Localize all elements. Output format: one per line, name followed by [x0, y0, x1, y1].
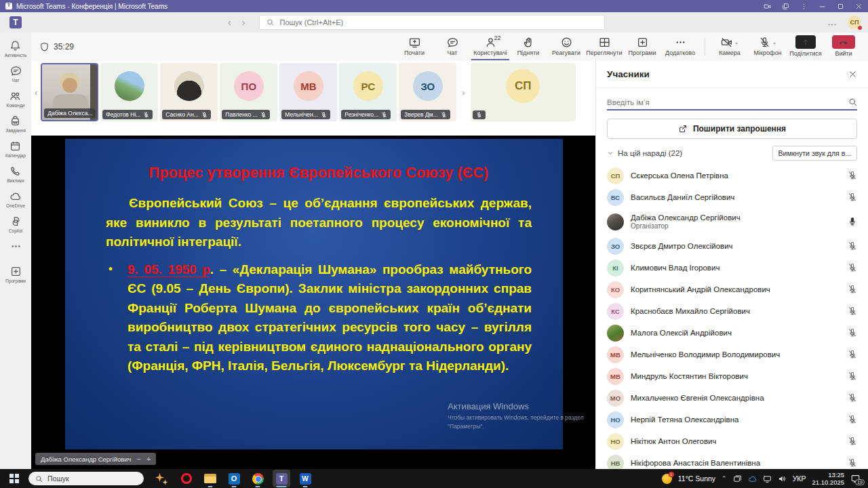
- sidebar-item-more[interactable]: [10, 241, 22, 252]
- video-tile[interactable]: ЗО Зверев Дм...: [399, 63, 456, 121]
- mic-muted-icon[interactable]: [848, 192, 857, 202]
- participant-row[interactable]: ЗОЗвєрєв Дмитро Олексійович: [596, 235, 868, 257]
- start-button[interactable]: [5, 470, 23, 487]
- chevron-down-icon[interactable]: [607, 150, 614, 157]
- close-button[interactable]: [855, 3, 863, 10]
- copilot-spark-icon[interactable]: [153, 471, 168, 486]
- mic-muted-icon[interactable]: [848, 415, 857, 424]
- react-button[interactable]: Реагувати: [547, 33, 585, 60]
- participant-row[interactable]: МВМиндруль Костянтин Вікторович: [596, 365, 868, 387]
- participant-row[interactable]: КОКоритнянський Андрій Олександрович: [596, 279, 868, 300]
- close-panel-icon[interactable]: [848, 70, 857, 79]
- sidebar-item-copilot[interactable]: Copilot: [9, 216, 23, 233]
- chevron-down-icon[interactable]: ⌄: [734, 39, 739, 45]
- leave-button[interactable]: Вийти: [825, 33, 863, 60]
- participant-row[interactable]: МОМихальченко Євгенія Олександрівна: [596, 387, 868, 409]
- video-tile-speaker[interactable]: Дабіжа Олекса...: [41, 63, 98, 121]
- taskbar-app-explorer[interactable]: [201, 470, 219, 487]
- participants-button[interactable]: 22Користувачі: [471, 33, 509, 60]
- sidebar-item-calls[interactable]: Виклики: [7, 165, 24, 183]
- share-button[interactable]: Поділитися: [787, 33, 825, 60]
- app-search-box[interactable]: [259, 15, 605, 30]
- header-more-icon[interactable]: ...: [828, 18, 837, 27]
- more-options-button[interactable]: Додатково: [661, 33, 699, 60]
- video-tile[interactable]: МВ Мельнічен...: [279, 63, 337, 121]
- mic-muted-icon[interactable]: [848, 458, 857, 468]
- participant-row[interactable]: Дабіжа Олександр СергійовичОрганізатор: [596, 208, 868, 235]
- participant-row[interactable]: ВСВасильєв Даниїл Сергійович: [596, 186, 868, 208]
- taskbar-app-teams[interactable]: T: [273, 470, 290, 487]
- taskbar-app-outlook[interactable]: O: [225, 470, 243, 487]
- sidebar-item-onedrive[interactable]: OneDrive: [6, 190, 25, 208]
- zoom-in-button[interactable]: +: [146, 455, 151, 463]
- onedrive-icon[interactable]: [748, 474, 757, 483]
- mic-muted-icon[interactable]: [848, 350, 857, 359]
- popout-icon[interactable]: [782, 3, 789, 10]
- taskbar-app-opera[interactable]: [178, 470, 195, 487]
- zoom-out-button[interactable]: −: [137, 455, 141, 463]
- chat-button[interactable]: Чат: [433, 33, 471, 60]
- profile-avatar[interactable]: СП: [848, 16, 861, 29]
- nav-back-icon[interactable]: ‹: [228, 17, 231, 28]
- filmstrip-prev-icon[interactable]: ‹: [31, 87, 41, 98]
- kebab-menu-icon[interactable]: [800, 3, 808, 10]
- sidebar-item-apps[interactable]: Програми: [5, 266, 26, 283]
- participant-row[interactable]: МВМельніченко Володимир Володимирович: [596, 344, 868, 365]
- sidebar-item-assignments[interactable]: Завдання: [5, 115, 25, 133]
- apps-button[interactable]: Програми: [623, 33, 661, 60]
- taskbar-search[interactable]: Пошук: [28, 472, 144, 485]
- nav-forward-icon[interactable]: ›: [242, 17, 245, 28]
- sidebar-item-teams[interactable]: Команди: [7, 90, 25, 108]
- meeting-view-icon[interactable]: [764, 3, 771, 10]
- filmstrip-next-icon[interactable]: ›: [458, 87, 468, 98]
- participant-row[interactable]: КІКлимович Влад Ігорович: [596, 257, 868, 279]
- mic-button[interactable]: ⌄Мікрофон: [749, 33, 787, 60]
- self-video-tile[interactable]: СП: [471, 63, 576, 121]
- mic-muted-icon[interactable]: [848, 371, 857, 381]
- weather-text[interactable]: 11°C Sunny: [678, 474, 715, 483]
- mic-muted-icon[interactable]: [848, 241, 857, 251]
- mic-muted-icon[interactable]: [848, 306, 857, 316]
- start-presenting-button[interactable]: Почати: [395, 33, 433, 60]
- view-button[interactable]: Переглянути: [585, 33, 623, 60]
- mic-on-icon[interactable]: [848, 217, 857, 226]
- participant-row[interactable]: НОНерпій Тетяна Олександрівна: [596, 409, 868, 430]
- tray-expand-icon[interactable]: ⌃: [722, 475, 727, 482]
- speaker-icon[interactable]: [778, 474, 787, 483]
- mic-muted-icon[interactable]: [848, 285, 857, 294]
- mic-muted-icon[interactable]: [848, 393, 857, 403]
- taskbar-app-word[interactable]: W: [296, 470, 314, 487]
- maximize-button[interactable]: [837, 3, 844, 10]
- virtual-desktop-icon[interactable]: [733, 474, 742, 483]
- mic-muted-icon[interactable]: [848, 436, 857, 446]
- notification-center-icon[interactable]: 19: [850, 474, 861, 483]
- mic-muted-icon[interactable]: [848, 171, 857, 180]
- video-tile[interactable]: Федотов Ні...: [100, 63, 158, 121]
- search-input[interactable]: [280, 18, 597, 26]
- sidebar-item-activity[interactable]: Активність: [5, 40, 26, 58]
- sidebar-item-calendar[interactable]: Календар: [5, 140, 26, 158]
- video-tile[interactable]: Саєнко Ан...: [160, 63, 218, 121]
- participant-row[interactable]: КСКраснобаєв Михайло Сергійович: [596, 300, 868, 322]
- mic-muted-icon[interactable]: [848, 263, 857, 272]
- network-icon[interactable]: [763, 474, 772, 483]
- mic-muted-icon[interactable]: [848, 328, 857, 338]
- participant-row[interactable]: Малога Олексій Андрійович: [596, 322, 868, 344]
- raise-hand-button[interactable]: Підняти: [509, 33, 547, 60]
- weather-icon[interactable]: 1: [662, 474, 672, 484]
- sidebar-item-chat[interactable]: Чат: [10, 65, 22, 83]
- participant-row[interactable]: СПСєкерська Олена Петрівна: [596, 165, 868, 186]
- language-indicator[interactable]: УКР: [793, 474, 806, 483]
- taskbar-app-chrome[interactable]: [249, 470, 267, 487]
- participant-row[interactable]: НВНікіфорова Анастасія Валентинівна: [596, 452, 868, 469]
- camera-button[interactable]: ⌄Камера: [711, 33, 749, 60]
- chevron-down-icon[interactable]: ⌄: [772, 39, 777, 45]
- mute-all-button[interactable]: Вимкнути звук для в...: [772, 146, 857, 161]
- video-tile[interactable]: РС Резніченко...: [339, 63, 397, 121]
- participant-row[interactable]: НОНікітюк Антон Олегович: [596, 430, 868, 452]
- participant-search-box[interactable]: [607, 98, 857, 110]
- share-invite-button[interactable]: Поширити запрошення: [607, 119, 857, 139]
- participant-search-input[interactable]: [607, 98, 844, 106]
- taskbar-clock[interactable]: 13:25 21.10.2025: [812, 471, 844, 487]
- video-tile[interactable]: ПО Павленко ...: [220, 63, 277, 121]
